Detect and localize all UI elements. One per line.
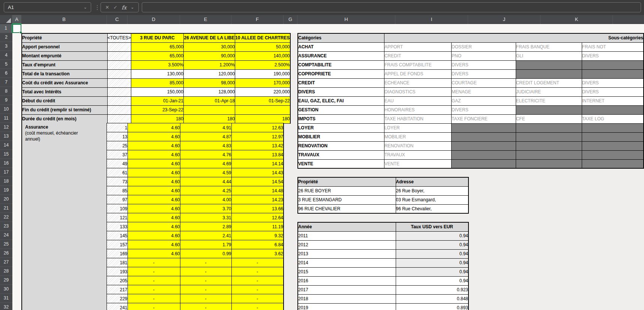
value-cell[interactable] <box>235 105 290 114</box>
subcategory-cell[interactable]: APPEL DE FONDS <box>384 69 451 78</box>
subcategory-cell[interactable] <box>516 141 582 150</box>
value-cell[interactable]: 120,000 <box>183 69 235 78</box>
subcategory-cell[interactable] <box>582 141 644 150</box>
column-header[interactable]: E <box>180 15 231 24</box>
insert-function-icon[interactable]: fx <box>122 4 126 10</box>
subcategory-cell[interactable]: FRAIS BANQUE <box>516 42 582 51</box>
assurance-value-cell[interactable]: 14.54 <box>231 177 284 186</box>
row-header[interactable]: 21 <box>0 204 12 213</box>
rate-cell[interactable]: 0.94 <box>396 258 468 267</box>
assurance-value-cell[interactable]: - <box>231 303 284 310</box>
assurance-value-cell[interactable]: 4.87 <box>180 132 231 141</box>
hatched-cell[interactable] <box>107 78 131 87</box>
assurance-value-cell[interactable]: - <box>128 267 180 276</box>
subcategory-cell[interactable]: RENOVATION <box>384 141 451 150</box>
subcategory-cell[interactable]: TAXE LOG <box>582 114 644 123</box>
categories-header[interactable]: Catégories <box>298 33 384 42</box>
assurance-value-cell[interactable]: 4.60 <box>128 231 180 240</box>
assurance-value-cell[interactable]: 14.23 <box>231 195 284 204</box>
row-header[interactable]: 25 <box>0 240 12 249</box>
column-header[interactable]: J <box>468 15 540 24</box>
subcategory-cell[interactable] <box>582 123 644 132</box>
year-cell[interactable]: 2012 <box>298 240 396 249</box>
assurance-value-cell[interactable]: - <box>231 258 284 267</box>
row-header[interactable]: 10 <box>0 105 12 114</box>
assurance-value-cell[interactable]: - <box>128 303 180 310</box>
row-label[interactable]: Taux d'emprunt <box>22 60 107 69</box>
subcategory-cell[interactable]: DIVERS <box>582 87 644 96</box>
assurance-value-cell[interactable]: 4.60 <box>128 249 180 258</box>
assurance-value-cell[interactable]: 4.60 <box>128 168 180 177</box>
value-cell[interactable]: 01-Apr-18 <box>183 96 235 105</box>
assurance-value-cell[interactable]: 11.19 <box>231 222 284 231</box>
row-header[interactable]: 7 <box>0 78 12 87</box>
value-cell[interactable]: 2.500% <box>235 60 290 69</box>
row-header[interactable]: 19 <box>0 186 12 195</box>
year-cell[interactable]: 2018 <box>298 294 396 303</box>
assurance-value-cell[interactable]: 4.60 <box>128 123 180 132</box>
assurance-value-cell[interactable]: 4.91 <box>180 123 231 132</box>
assurance-value-cell[interactable]: 3.62 <box>231 249 284 258</box>
assurance-value-cell[interactable]: 12.64 <box>231 213 284 222</box>
month-index-cell[interactable]: 217 <box>107 285 128 294</box>
month-index-cell[interactable]: 133 <box>107 222 128 231</box>
assurance-value-cell[interactable]: 14.48 <box>231 186 284 195</box>
subcategory-cell[interactable]: DIVERS <box>582 51 644 60</box>
assurance-value-cell[interactable]: - <box>128 276 180 285</box>
subcategory-cell[interactable] <box>516 105 582 114</box>
row-label[interactable]: Durée du crédit (en mois) <box>22 114 107 123</box>
subcategory-cell[interactable]: CFE <box>516 114 582 123</box>
month-index-cell[interactable]: 25 <box>107 141 128 150</box>
assurance-value-cell[interactable]: 4.60 <box>128 159 180 168</box>
subcategory-cell[interactable]: COURTAGE <box>452 78 516 87</box>
property-name-cell[interactable]: 3 RUE DU PARC <box>131 33 183 42</box>
assurance-value-cell[interactable]: 4.83 <box>180 141 231 150</box>
year-cell[interactable]: 2019 <box>298 303 396 310</box>
column-header[interactable]: B <box>21 15 107 24</box>
subcategory-cell[interactable]: VENTE <box>384 159 451 168</box>
subcategory-cell[interactable] <box>516 69 582 78</box>
row-header[interactable]: 24 <box>0 231 12 240</box>
select-all-corner[interactable] <box>0 15 12 24</box>
category-cell[interactable]: VENTE <box>298 159 384 168</box>
value-cell[interactable]: 150,000 <box>131 87 183 96</box>
assurance-value-cell[interactable]: 4.60 <box>128 132 180 141</box>
assurance-value-cell[interactable]: 4.60 <box>128 186 180 195</box>
assurance-value-cell[interactable]: 4.59 <box>180 168 231 177</box>
row-header[interactable]: 12 <box>0 123 12 132</box>
subcategory-cell[interactable] <box>582 159 644 168</box>
year-cell[interactable]: 2015 <box>298 267 396 276</box>
assurance-value-cell[interactable]: 2.41 <box>180 231 231 240</box>
month-index-cell[interactable]: 1 <box>107 123 128 132</box>
subcategory-cell[interactable] <box>452 150 516 159</box>
column-header[interactable]: G <box>284 15 297 24</box>
assurance-value-cell[interactable]: - <box>180 303 231 310</box>
value-cell[interactable]: 220,000 <box>235 87 290 96</box>
rate-cell[interactable]: 0.94 <box>396 240 468 249</box>
subcategory-cell[interactable] <box>582 132 644 141</box>
month-index-cell[interactable]: 241 <box>107 303 128 310</box>
year-cell[interactable]: 2014 <box>298 258 396 267</box>
row-label[interactable]: Fin du crédit (remplir si terminé) <box>22 105 107 114</box>
column-header[interactable]: C <box>107 15 128 24</box>
value-cell[interactable]: 180 <box>235 114 290 123</box>
row-header[interactable]: 3 <box>0 42 12 51</box>
hatched-cell[interactable] <box>107 60 131 69</box>
rate-cell[interactable]: 0.94 <box>396 267 468 276</box>
rate-cell[interactable]: 0.94 <box>396 276 468 285</box>
subcategory-cell[interactable]: FRAIS NOT <box>582 42 644 51</box>
filter-toutes-cell[interactable]: <TOUTES> <box>107 33 131 42</box>
row-header[interactable]: 4 <box>0 51 12 60</box>
row-header[interactable]: 5 <box>0 60 12 69</box>
subcategory-cell[interactable]: CREDIT <box>384 51 451 60</box>
rates-header-year[interactable]: Année <box>298 222 396 231</box>
month-index-cell[interactable]: 73 <box>107 177 128 186</box>
rate-cell[interactable]: 0.94 <box>396 249 468 258</box>
month-index-cell[interactable]: 229 <box>107 294 128 303</box>
hatched-cell[interactable] <box>107 42 131 51</box>
row-header[interactable]: 13 <box>0 132 12 141</box>
assurance-value-cell[interactable]: - <box>231 276 284 285</box>
chevron-down-icon[interactable]: ⌄ <box>84 5 87 10</box>
value-cell[interactable]: 90,000 <box>183 51 235 60</box>
hatched-cell[interactable] <box>107 51 131 60</box>
